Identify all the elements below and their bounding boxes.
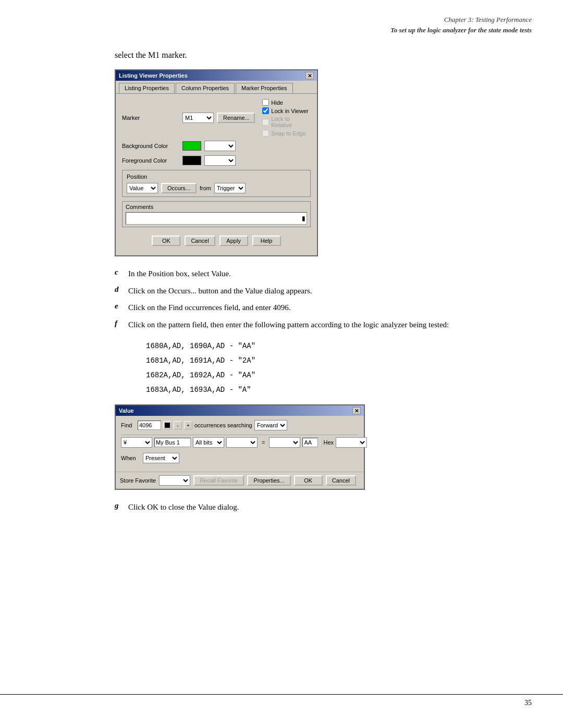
minus-button[interactable]: - bbox=[174, 421, 182, 429]
value-cancel-button[interactable]: Cancel bbox=[326, 475, 356, 486]
snap-edge-row: Snap to Edge bbox=[262, 130, 311, 137]
step-c-text: In the Position box, select Value. bbox=[128, 268, 231, 280]
marker-select[interactable]: M1 bbox=[182, 113, 214, 123]
bg-color-row: Background Color bbox=[122, 141, 311, 151]
marker-row: Marker M1 Rename... Hide Lock in Viewer bbox=[122, 99, 311, 137]
snap-to-edge-label: Snap to Edge bbox=[271, 130, 306, 137]
step-f-text: Click on the pattern field, then enter t… bbox=[128, 319, 449, 331]
step-e-text: Click on the Find occurrences field, and… bbox=[128, 302, 291, 314]
marker-label: Marker bbox=[122, 115, 179, 121]
value-dialog-body: Find - + occurrences searching Forward ¥ bbox=[116, 416, 364, 472]
apply-button[interactable]: Apply bbox=[219, 236, 248, 246]
tab-listing-properties[interactable]: Listing Properties bbox=[119, 83, 175, 93]
recall-fav-button[interactable]: Recall Favorite bbox=[193, 475, 244, 486]
help-button[interactable]: Help bbox=[252, 236, 281, 246]
step-f: f Click on the pattern field, then enter… bbox=[115, 319, 521, 331]
find-input[interactable] bbox=[138, 421, 161, 430]
pattern-2: 1681A,AD, 1691A,AD - "2A" bbox=[146, 353, 521, 368]
value-dialog-titlebar: Value ✕ bbox=[116, 405, 364, 416]
value-field[interactable] bbox=[302, 438, 318, 447]
all-bits-select[interactable]: All bits bbox=[193, 437, 224, 448]
comments-group: Comments ▮ bbox=[122, 201, 311, 227]
find-row: Find - + occurrences searching Forward bbox=[121, 420, 359, 430]
fg-color-select[interactable] bbox=[204, 155, 236, 166]
listing-dialog-title: Listing Viewer Properties bbox=[119, 72, 188, 79]
value-color-icon bbox=[320, 438, 321, 447]
color-square-icon bbox=[163, 421, 172, 429]
tab-marker-properties[interactable]: Marker Properties bbox=[236, 83, 292, 93]
listing-dialog-body: Marker M1 Rename... Hide Lock in Viewer bbox=[116, 93, 317, 255]
lock-to-relative-checkbox[interactable] bbox=[262, 119, 269, 126]
pattern-4: 1683A,AD, 1693A,AD - "A" bbox=[146, 382, 521, 397]
step-g-text: Click OK to close the Value dialog. bbox=[128, 501, 239, 513]
listing-dialog-footer: OK Cancel Apply Help bbox=[122, 232, 311, 250]
occurrences-text: occurrences searching bbox=[194, 422, 252, 428]
condition-row: ¥ All bits = Hex bbox=[121, 435, 359, 450]
cancel-button[interactable]: Cancel bbox=[185, 236, 215, 246]
step-c-letter: c bbox=[115, 268, 125, 277]
position-label: Position bbox=[127, 174, 306, 180]
hide-label: Hide bbox=[271, 100, 283, 106]
comments-input[interactable]: ▮ bbox=[126, 212, 307, 225]
hide-checkbox[interactable] bbox=[262, 99, 269, 106]
lock-in-viewer-checkbox[interactable] bbox=[262, 107, 269, 114]
snap-to-edge-checkbox[interactable] bbox=[262, 130, 269, 137]
hide-row: Hide bbox=[262, 99, 311, 106]
pattern-list: 1680A,AD, 1690A,AD - "AA" 1681A,AD, 1691… bbox=[146, 339, 521, 397]
lock-viewer-row: Lock in Viewer bbox=[262, 107, 311, 114]
listing-dialog-close[interactable]: ✕ bbox=[305, 72, 314, 79]
properties-button[interactable]: Properties... bbox=[247, 475, 290, 486]
from-label: from bbox=[200, 185, 211, 191]
listing-dialog-tabs: Listing Properties Column Properties Mar… bbox=[116, 81, 317, 93]
listing-dialog-titlebar: Listing Viewer Properties ✕ bbox=[116, 70, 317, 81]
step-list: c In the Position box, select Value. d C… bbox=[115, 268, 521, 330]
step-g: g Click OK to close the Value dialog. bbox=[115, 501, 521, 513]
value-ok-button[interactable]: OK bbox=[294, 475, 323, 486]
step-e-letter: e bbox=[115, 302, 125, 311]
value-dialog-close[interactable]: ✕ bbox=[352, 407, 361, 414]
step-c: c In the Position box, select Value. bbox=[115, 268, 521, 280]
page-footer: 35 bbox=[0, 694, 563, 707]
bg-color-label: Background Color bbox=[122, 143, 179, 149]
chapter-title: Chapter 3: Testing Performance bbox=[0, 15, 532, 25]
rename-button[interactable]: Rename... bbox=[217, 113, 255, 123]
lock-relative-row: Lock to Relative bbox=[262, 116, 311, 128]
occurs-button[interactable]: Occurs... bbox=[161, 183, 197, 193]
intro-text: select the M1 marker. bbox=[115, 51, 521, 60]
value-operand-select[interactable] bbox=[269, 437, 300, 448]
ok-button[interactable]: OK bbox=[152, 236, 180, 246]
listing-dialog: Listing Viewer Properties ✕ Listing Prop… bbox=[115, 69, 318, 256]
direction-select[interactable]: Forward bbox=[254, 420, 287, 430]
fg-color-swatch[interactable] bbox=[182, 156, 201, 165]
store-fav-select[interactable] bbox=[159, 475, 190, 486]
pattern-3: 1682A,AD, 1692A,AD - "AA" bbox=[146, 368, 521, 382]
position-select[interactable]: Value bbox=[127, 183, 158, 193]
lock-in-viewer-label: Lock in Viewer bbox=[271, 108, 308, 114]
bg-color-swatch[interactable] bbox=[182, 141, 201, 151]
step-e: e Click on the Find occurrences field, a… bbox=[115, 302, 521, 314]
trigger-select[interactable]: Trigger bbox=[214, 183, 246, 193]
plus-button[interactable]: + bbox=[184, 421, 192, 429]
value-dialog: Value ✕ Find - + occurrences searching F… bbox=[115, 404, 365, 490]
section-title: To set up the logic analyzer for the sta… bbox=[0, 25, 532, 35]
hex-select[interactable] bbox=[336, 437, 367, 448]
comments-icon: ▮ bbox=[302, 215, 305, 222]
row2-select1[interactable]: ¥ bbox=[121, 437, 152, 448]
position-row: Value Occurs... from Trigger bbox=[127, 183, 306, 193]
page-number: 35 bbox=[524, 699, 532, 707]
when-label: When bbox=[121, 455, 141, 461]
bg-color-select[interactable] bbox=[204, 141, 236, 151]
main-content: select the M1 marker. Listing Viewer Pro… bbox=[0, 40, 563, 550]
step-g-letter: g bbox=[115, 501, 125, 510]
page-header: Chapter 3: Testing Performance To set up… bbox=[0, 0, 563, 40]
hex-label: Hex bbox=[323, 439, 334, 446]
store-fav-label: Store Favorite bbox=[120, 477, 156, 484]
bits-dropdown[interactable] bbox=[226, 437, 258, 448]
fg-color-row: Foreground Color bbox=[122, 155, 311, 166]
tab-column-properties[interactable]: Column Properties bbox=[176, 83, 235, 93]
when-select[interactable]: Present bbox=[143, 453, 179, 463]
when-row: When Present bbox=[121, 453, 359, 463]
bus-input bbox=[154, 438, 191, 447]
step-f-letter: f bbox=[115, 319, 125, 328]
hide-checkbox-group: Hide Lock in Viewer Lock to Relative Sna… bbox=[262, 99, 311, 137]
